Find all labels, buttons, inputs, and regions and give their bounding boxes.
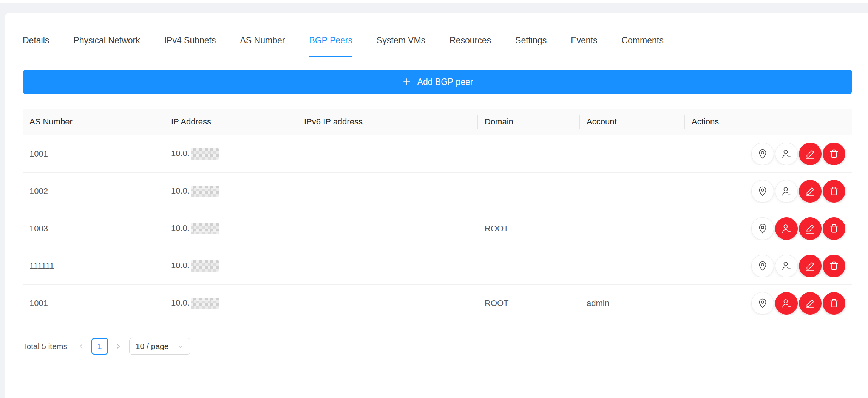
location-pin-icon <box>757 148 768 160</box>
pagination-total: Total 5 items <box>23 342 67 351</box>
location-pin-icon <box>757 298 768 309</box>
add-bgp-peer-label: Add BGP peer <box>417 77 473 87</box>
add-account-button[interactable] <box>775 255 798 277</box>
dedicate-scope-button[interactable] <box>751 292 774 315</box>
page-number-button[interactable]: 1 <box>91 338 108 355</box>
chevron-left-icon <box>77 342 85 350</box>
ip-prefix: 10.0. <box>171 149 190 158</box>
tab-physical-network[interactable]: Physical Network <box>73 29 140 57</box>
column-header-as-number: AS Number <box>23 117 164 127</box>
cell-ip-address: 10.0. <box>164 260 297 272</box>
delete-icon <box>828 260 840 272</box>
dedicate-scope-button[interactable] <box>751 217 774 240</box>
location-pin-icon <box>757 186 768 197</box>
cell-as-number: 1002 <box>23 186 164 196</box>
edit-button[interactable] <box>799 292 822 315</box>
tab-ipv4-subnets[interactable]: IPv4 Subnets <box>164 29 216 57</box>
location-pin-icon <box>757 260 768 272</box>
column-header-actions: Actions <box>685 117 852 127</box>
tab-as-number[interactable]: AS Number <box>240 29 285 57</box>
column-header-ip-address: IP Address <box>164 117 297 127</box>
cell-actions <box>685 180 852 203</box>
edit-button[interactable] <box>799 255 822 277</box>
remove-account-button[interactable] <box>775 217 798 240</box>
edit-icon <box>805 260 816 272</box>
column-header-ipv6: IPv6 IP address <box>297 117 478 127</box>
table-row: 1003 10.0. ROOT <box>23 210 852 247</box>
user-remove-icon <box>781 298 792 309</box>
cell-domain: ROOT <box>478 224 580 234</box>
cell-actions <box>685 255 852 277</box>
user-remove-icon <box>781 223 792 234</box>
tab-comments[interactable]: Comments <box>621 29 663 57</box>
tab-events[interactable]: Events <box>571 29 597 57</box>
pagination-bar: Total 5 items 1 10 / page <box>23 338 852 355</box>
cell-ip-address: 10.0. <box>164 148 297 160</box>
cell-ip-address: 10.0. <box>164 223 297 234</box>
ip-prefix: 10.0. <box>171 186 190 195</box>
chevron-down-icon <box>177 343 184 350</box>
delete-icon <box>828 148 840 160</box>
user-add-icon <box>781 148 792 160</box>
edit-button[interactable] <box>799 217 822 240</box>
table-row: 1002 10.0. <box>23 173 852 210</box>
chevron-right-icon <box>114 342 122 350</box>
cell-as-number: 1001 <box>23 298 164 308</box>
ip-prefix: 10.0. <box>171 223 190 233</box>
edit-button[interactable] <box>799 143 822 165</box>
table-row: 1001 10.0. <box>23 135 852 173</box>
previous-page-button[interactable] <box>76 338 87 355</box>
dedicate-scope-button[interactable] <box>751 255 774 277</box>
page-size-value: 10 / page <box>136 342 169 351</box>
bgp-peers-table: AS Number IP Address IPv6 IP address Dom… <box>23 109 852 322</box>
cell-actions <box>685 217 852 240</box>
ip-prefix: 10.0. <box>171 261 190 270</box>
top-strip <box>0 0 868 3</box>
edit-button[interactable] <box>799 180 822 203</box>
tab-system-vms[interactable]: System VMs <box>377 29 425 57</box>
redacted-ip-block <box>191 223 219 234</box>
edit-icon <box>805 186 816 197</box>
location-pin-icon <box>757 223 768 234</box>
redacted-ip-block <box>191 298 219 309</box>
ip-prefix: 10.0. <box>171 298 190 307</box>
edit-icon <box>805 148 816 160</box>
add-bgp-peer-button[interactable]: Add BGP peer <box>23 70 852 94</box>
delete-button[interactable] <box>823 180 845 203</box>
tab-details[interactable]: Details <box>23 29 49 57</box>
column-header-account: Account <box>580 117 685 127</box>
user-add-icon <box>781 186 792 197</box>
table-header-row: AS Number IP Address IPv6 IP address Dom… <box>23 109 852 135</box>
delete-icon <box>828 186 840 197</box>
cell-as-number: 111111 <box>23 261 164 271</box>
remove-account-button[interactable] <box>775 292 798 315</box>
user-add-icon <box>781 260 792 272</box>
table-row: 111111 10.0. <box>23 247 852 285</box>
dedicate-scope-button[interactable] <box>751 180 774 203</box>
column-header-domain: Domain <box>478 117 580 127</box>
cell-ip-address: 10.0. <box>164 298 297 309</box>
delete-button[interactable] <box>823 292 845 315</box>
tab-bgp-peers[interactable]: BGP Peers <box>309 29 352 57</box>
redacted-ip-block <box>191 186 219 197</box>
cell-ip-address: 10.0. <box>164 186 297 197</box>
page-size-select[interactable]: 10 / page <box>129 338 191 355</box>
delete-button[interactable] <box>823 217 845 240</box>
delete-button[interactable] <box>823 143 845 165</box>
add-account-button[interactable] <box>775 180 798 203</box>
cell-account: admin <box>580 298 685 308</box>
redacted-ip-block <box>191 148 219 160</box>
edit-icon <box>805 223 816 234</box>
delete-button[interactable] <box>823 255 845 277</box>
tab-settings[interactable]: Settings <box>515 29 547 57</box>
next-page-button[interactable] <box>113 338 124 355</box>
cell-actions <box>685 292 852 315</box>
cell-actions <box>685 143 852 165</box>
dedicate-scope-button[interactable] <box>751 143 774 165</box>
add-account-button[interactable] <box>775 143 798 165</box>
table-row: 1001 10.0. ROOT admin <box>23 285 852 322</box>
delete-icon <box>828 223 840 234</box>
cell-as-number: 1001 <box>23 149 164 159</box>
tab-resources[interactable]: Resources <box>449 29 491 57</box>
tab-bar: Details Physical Network IPv4 Subnets AS… <box>23 29 852 57</box>
